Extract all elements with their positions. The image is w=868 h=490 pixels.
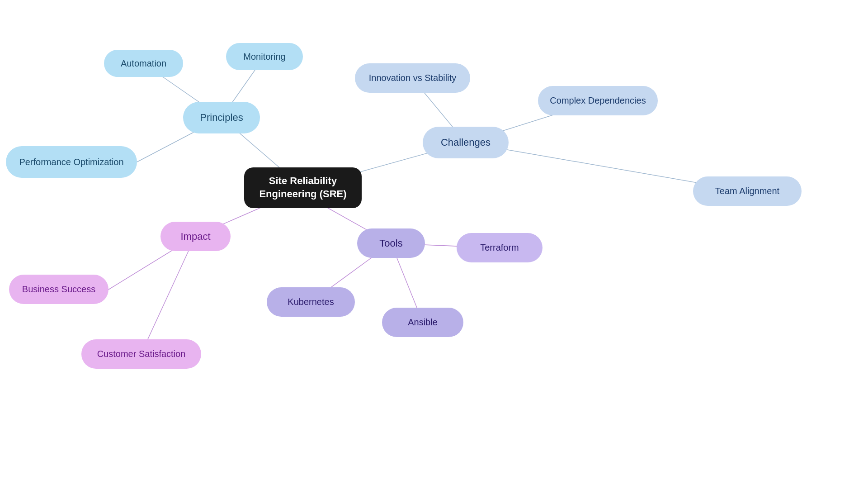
automation-node: Automation <box>104 50 183 77</box>
svg-line-10 <box>141 236 195 354</box>
center-node: Site Reliability Engineering (SRE) <box>244 167 362 208</box>
team-node: Team Alignment <box>693 176 802 206</box>
kubernetes-node: Kubernetes <box>267 287 355 317</box>
challenges-node: Challenges <box>423 127 509 158</box>
terraform-node: Terraform <box>457 233 542 262</box>
innovation-node: Innovation vs Stability <box>355 63 470 93</box>
complex-node: Complex Dependencies <box>538 86 658 115</box>
monitoring-node: Monitoring <box>226 43 303 70</box>
tools-node: Tools <box>357 228 425 258</box>
customer-node: Customer Satisfaction <box>81 339 201 369</box>
ansible-node: Ansible <box>382 308 463 337</box>
business-node: Business Success <box>9 275 108 304</box>
impact-node: Impact <box>160 222 231 251</box>
principles-node: Principles <box>183 102 260 133</box>
performance-node: Performance Optimization <box>6 146 137 178</box>
